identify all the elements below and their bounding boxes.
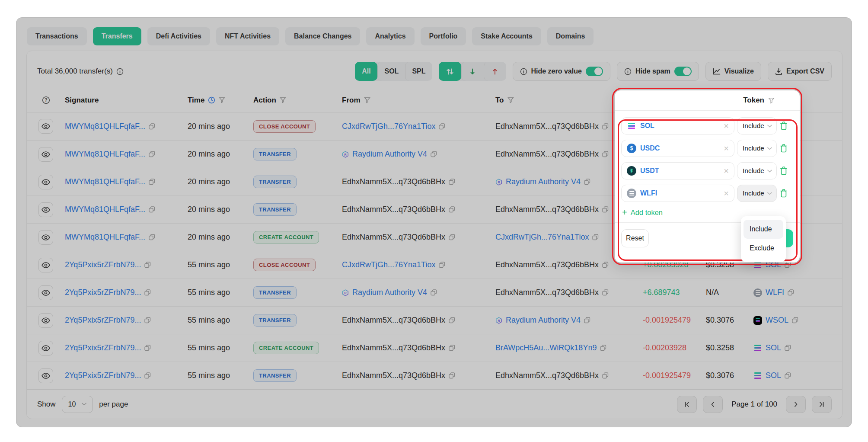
include-exclude-menu: IncludeExclude <box>741 216 786 262</box>
wlfi-token-icon <box>627 189 636 198</box>
token-filter-row: WLFI×Include <box>621 185 793 202</box>
token-chip-name: WLFI <box>640 189 720 197</box>
trash-icon <box>779 189 788 198</box>
usdc-token-icon: $ <box>627 144 636 153</box>
token-filter-header: Token <box>743 96 764 105</box>
add-token-button[interactable]: + Add token <box>622 208 663 217</box>
chevron-down-icon <box>767 192 772 195</box>
add-token-label: Add token <box>631 208 663 217</box>
delete-token-button[interactable] <box>779 166 788 176</box>
menu-option-include[interactable]: Include <box>744 220 783 239</box>
token-filter-row: ₮USDT×Include <box>621 162 793 179</box>
token-mode-select-sol[interactable]: Include <box>737 117 777 135</box>
token-chip-usdt: ₮USDT× <box>621 162 734 179</box>
delete-token-button[interactable] <box>779 144 788 153</box>
token-chip-sol: SOL× <box>621 117 734 135</box>
reset-button[interactable]: Reset <box>621 229 649 247</box>
token-chip-name: SOL <box>640 122 720 130</box>
token-mode-value: Include <box>743 167 764 175</box>
token-mode-value: Include <box>743 122 764 130</box>
remove-token-icon[interactable]: × <box>724 144 729 153</box>
usdt-token-icon: ₮ <box>627 166 636 176</box>
sol-token-icon <box>627 121 636 131</box>
token-filter-row: SOL×Include <box>621 117 793 135</box>
remove-token-icon[interactable]: × <box>724 189 729 198</box>
delete-token-button[interactable] <box>779 189 788 198</box>
filter-icon-token[interactable] <box>768 97 775 104</box>
trash-icon <box>779 166 788 176</box>
token-mode-value: Include <box>743 189 764 197</box>
token-mode-value: Include <box>743 144 764 152</box>
token-filter-rows: SOL×Include$USDC×Include₮USDT×IncludeWLF… <box>621 117 793 202</box>
remove-token-icon[interactable]: × <box>724 167 729 175</box>
remove-token-icon[interactable]: × <box>724 122 729 130</box>
chevron-down-icon <box>767 170 772 173</box>
menu-option-exclude[interactable]: Exclude <box>744 239 783 258</box>
token-chip-usdc: $USDC× <box>621 140 734 157</box>
token-chip-name: USDT <box>640 167 720 175</box>
chevron-down-icon <box>767 125 772 128</box>
plus-icon: + <box>622 208 627 217</box>
token-chip-wlfi: WLFI× <box>621 185 734 202</box>
delete-token-button[interactable] <box>779 121 788 131</box>
token-mode-select-usdc[interactable]: Include <box>737 140 777 157</box>
trash-icon <box>779 144 788 153</box>
token-chip-name: USDC <box>640 144 720 152</box>
token-mode-select-wlfi[interactable]: Include <box>737 185 777 202</box>
token-mode-select-usdt[interactable]: Include <box>737 162 777 179</box>
trash-icon <box>779 121 788 131</box>
token-filter-row: $USDC×Include <box>621 140 793 157</box>
chevron-down-icon <box>767 147 772 150</box>
